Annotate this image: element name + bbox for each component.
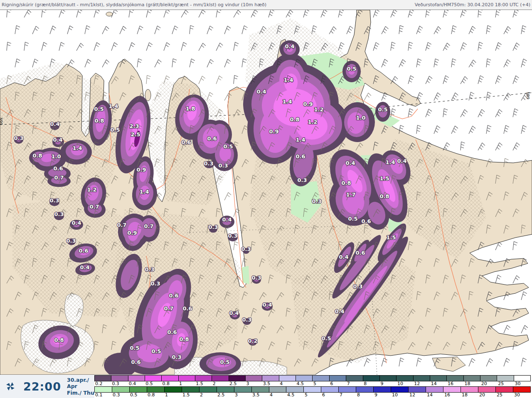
precip-value-label: 0.4 — [256, 88, 266, 95]
legend-tick-label: 6 — [330, 381, 333, 386]
legend-cell — [212, 376, 229, 381]
rain-scale-bar — [94, 386, 531, 393]
legend-cell — [443, 387, 461, 392]
precip-value-label: 0.3 — [297, 177, 307, 183]
precip-value-label: 0.6 — [361, 218, 371, 224]
map-legend-title: Rigning/skúrir (grænt/blátt/rautt - mm/1… — [0, 2, 266, 7]
legend-cell — [397, 376, 413, 381]
legend-tick-label: 7 — [340, 392, 342, 398]
precip-value-label: 0.6 — [207, 135, 217, 142]
legend-tick-label: 0.8 — [148, 392, 155, 398]
precip-value-label: 0.4 — [335, 308, 344, 314]
precip-value-label: 0.6 — [355, 250, 365, 256]
legend-cell — [480, 376, 497, 381]
legend-cell — [391, 387, 409, 392]
precip-value-label: 0.7 — [164, 305, 173, 312]
precip-value-label: 0.5 — [220, 359, 229, 365]
legend-cell — [497, 376, 514, 381]
legend-cell — [464, 376, 480, 381]
island — [145, 89, 151, 101]
precip-value-label: 1.0 — [51, 153, 61, 160]
precip-value-label: 0.4 — [285, 43, 294, 49]
legend-cell — [95, 387, 112, 392]
legend-cell — [514, 376, 530, 381]
precip-value-label: 0.9 — [127, 230, 137, 236]
legend-cell — [447, 376, 463, 381]
legend-tick-label: 0.3 — [112, 381, 119, 386]
legend-cell — [262, 376, 279, 381]
precip-value-label: 0.8 — [179, 336, 189, 342]
legend-tick-label: 3.5 — [252, 392, 260, 398]
precip-value-label: 0.4 — [262, 302, 272, 308]
legend-cell — [339, 387, 356, 392]
precip-value-label: 2.5 — [131, 131, 140, 138]
precip-value-label: 0.3 — [312, 198, 321, 204]
legend-tick-label: 1 — [165, 392, 168, 398]
precip-value-label: 1.5 — [379, 175, 389, 182]
legend-cell — [496, 387, 513, 392]
legend-tick-label: 0.2 — [95, 381, 103, 386]
legend-tick-label: 4 — [270, 392, 273, 398]
precip-value-label: 0.2 — [248, 338, 257, 344]
precip-value-label: 1.4 — [139, 189, 149, 195]
precip-value-label: 0.4 — [80, 264, 89, 270]
legend-cell — [430, 376, 447, 381]
precip-value-label: 0.3 — [14, 135, 23, 141]
legend-cell — [286, 387, 304, 392]
legend-tick-label: 9 — [381, 381, 384, 386]
snow-scale-ticks: 0.20.30.40.50.811.522.533.544.5567891012… — [94, 381, 531, 386]
precip-value-label: 0.5 — [378, 106, 387, 113]
precip-value-label: 0.3 — [150, 280, 160, 287]
precip-value-label: 1.5 — [386, 234, 396, 241]
precip-legend: 0.20.30.40.50.811.522.533.544.5567891012… — [94, 375, 531, 398]
precip-value-label: 0.8 — [32, 152, 42, 159]
precip-value-label: 0.3 — [251, 275, 261, 281]
legend-cell — [179, 376, 195, 381]
legend-cell — [426, 387, 443, 392]
precip-value-label: 0.6 — [181, 139, 191, 145]
legend-cell — [313, 376, 329, 381]
legend-cell — [374, 387, 391, 392]
precip-value-label: 0.8 — [379, 193, 389, 199]
precip-value-label: 0.6 — [53, 165, 63, 172]
precip-value-label: 0.6 — [169, 292, 178, 299]
legend-cell — [252, 387, 269, 392]
legend-cell — [461, 387, 478, 392]
legend-tick-label: 16 — [444, 392, 450, 398]
precip-value-label: 1.4 — [72, 145, 82, 151]
precip-value-label: 0.4 — [345, 160, 355, 166]
precip-value-label: 1.4 — [296, 137, 305, 143]
rain-scale-ticks: 0.10.30.50.811.522.533.544.5567891012141… — [94, 393, 531, 398]
legend-cell — [162, 376, 178, 381]
precip-value-label: 1.4 — [385, 159, 395, 165]
legend-tick-label: 20 — [481, 381, 487, 386]
precip-value-label: 0.9 — [303, 101, 313, 107]
legend-tick-label: 3 — [235, 392, 238, 398]
model-run-info: Veðurstofan/HM750m: 30.04.2020 18:00 UTC… — [415, 2, 532, 7]
precip-value-label: 0.6 — [296, 153, 305, 160]
legend-cell — [346, 376, 363, 381]
precip-value-label: 0.6 — [131, 359, 140, 365]
precip-value-label: 0.7 — [89, 204, 99, 210]
legend-cell — [130, 387, 147, 392]
legend-tick-label: 0.8 — [163, 381, 170, 386]
legend-tick-label: 3 — [246, 381, 249, 386]
legend-tick-label: 2 — [213, 381, 216, 386]
precip-value-label: 0.3 — [66, 238, 76, 244]
legend-tick-label: 30 — [514, 392, 520, 398]
precip-value-label: 1.7 — [346, 192, 355, 198]
legend-tick-label: 14 — [431, 381, 437, 386]
legend-tick-label: 1 — [179, 381, 182, 386]
legend-tick-label: 20 — [479, 392, 485, 398]
precip-value-label: 0.3 — [242, 317, 251, 323]
legend-cell — [363, 376, 380, 381]
legend-cell — [380, 376, 397, 381]
precip-value-label: 0.4 — [397, 158, 406, 164]
legend-tick-label: 25 — [498, 381, 504, 386]
latitude-label-left: 66N — [0, 118, 3, 125]
header-bar: Rigning/skúrir (grænt/blátt/rautt - mm/1… — [0, 0, 532, 10]
legend-tick-label: 10 — [397, 381, 403, 386]
legend-tick-label: 1.5 — [196, 381, 203, 386]
legend-tick-label: 12 — [409, 392, 415, 398]
legend-tick-label: 4.5 — [287, 392, 295, 398]
